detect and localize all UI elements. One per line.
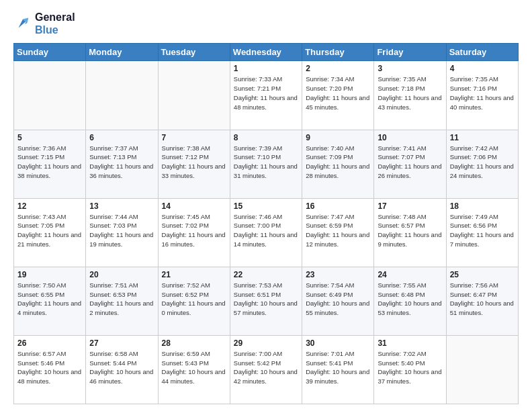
cell-content: Sunrise: 7:00 AM Sunset: 5:42 PM Dayligh… — [234, 349, 298, 386]
calendar-cell: 19Sunrise: 7:50 AM Sunset: 6:55 PM Dayli… — [14, 267, 86, 335]
cell-content: Sunrise: 7:33 AM Sunset: 7:21 PM Dayligh… — [234, 75, 298, 111]
day-number: 27 — [89, 338, 154, 348]
day-number: 7 — [162, 133, 226, 142]
day-number: 30 — [306, 338, 370, 348]
calendar-header-row: SundayMondayTuesdayWednesdayThursdayFrid… — [14, 44, 519, 61]
calendar-table: SundayMondayTuesdayWednesdayThursdayFrid… — [13, 43, 519, 404]
calendar-cell: 3Sunrise: 7:35 AM Sunset: 7:18 PM Daylig… — [374, 61, 446, 130]
cell-content: Sunrise: 7:36 AM Sunset: 7:15 PM Dayligh… — [17, 144, 82, 181]
day-number: 4 — [450, 64, 515, 73]
day-number: 8 — [234, 133, 298, 142]
day-number: 22 — [234, 270, 298, 279]
calendar-cell: 6Sunrise: 7:37 AM Sunset: 7:13 PM Daylig… — [86, 130, 158, 198]
cell-content: Sunrise: 7:48 AM Sunset: 6:57 PM Dayligh… — [378, 212, 442, 249]
calendar-cell: 22Sunrise: 7:53 AM Sunset: 6:51 PM Dayli… — [230, 267, 302, 335]
cell-content: Sunrise: 7:50 AM Sunset: 6:55 PM Dayligh… — [17, 281, 82, 318]
calendar-cell: 1Sunrise: 7:33 AM Sunset: 7:21 PM Daylig… — [230, 61, 302, 130]
calendar-cell — [14, 61, 86, 130]
cell-content: Sunrise: 7:52 AM Sunset: 6:52 PM Dayligh… — [162, 281, 226, 318]
day-number: 25 — [450, 270, 515, 279]
cell-content: Sunrise: 7:01 AM Sunset: 5:41 PM Dayligh… — [306, 349, 370, 386]
calendar-week-5: 26Sunrise: 6:57 AM Sunset: 5:46 PM Dayli… — [14, 335, 519, 404]
cell-content: Sunrise: 6:59 AM Sunset: 5:43 PM Dayligh… — [162, 349, 226, 386]
calendar-cell: 15Sunrise: 7:46 AM Sunset: 7:00 PM Dayli… — [230, 198, 302, 267]
day-header-friday: Friday — [374, 44, 446, 61]
calendar-cell: 27Sunrise: 6:58 AM Sunset: 5:44 PM Dayli… — [86, 335, 158, 404]
cell-content: Sunrise: 7:38 AM Sunset: 7:12 PM Dayligh… — [162, 144, 226, 181]
day-number: 16 — [306, 201, 370, 211]
logo-text: General Blue — [35, 11, 75, 36]
calendar-cell: 26Sunrise: 6:57 AM Sunset: 5:46 PM Dayli… — [14, 335, 86, 404]
day-number: 14 — [162, 201, 226, 211]
page: General Blue SundayMondayTuesdayWednesda… — [0, 0, 532, 411]
cell-content: Sunrise: 7:40 AM Sunset: 7:09 PM Dayligh… — [306, 144, 370, 181]
day-number: 6 — [89, 133, 154, 142]
calendar-cell: 9Sunrise: 7:40 AM Sunset: 7:09 PM Daylig… — [302, 130, 374, 198]
calendar-week-1: 1Sunrise: 7:33 AM Sunset: 7:21 PM Daylig… — [14, 61, 519, 130]
cell-content: Sunrise: 7:46 AM Sunset: 7:00 PM Dayligh… — [234, 212, 298, 249]
header: General Blue — [13, 11, 519, 36]
day-header-sunday: Sunday — [14, 44, 86, 61]
day-number: 10 — [378, 133, 442, 142]
day-number: 2 — [306, 64, 370, 73]
calendar-cell — [86, 61, 158, 130]
day-number: 13 — [89, 201, 154, 211]
day-number: 12 — [17, 201, 82, 211]
cell-content: Sunrise: 7:47 AM Sunset: 6:59 PM Dayligh… — [306, 212, 370, 249]
day-header-thursday: Thursday — [302, 44, 374, 61]
calendar-cell: 8Sunrise: 7:39 AM Sunset: 7:10 PM Daylig… — [230, 130, 302, 198]
logo: General Blue — [13, 11, 75, 36]
cell-content: Sunrise: 7:49 AM Sunset: 6:56 PM Dayligh… — [450, 212, 515, 249]
calendar-cell: 23Sunrise: 7:54 AM Sunset: 6:49 PM Dayli… — [302, 267, 374, 335]
day-number: 15 — [234, 201, 298, 211]
day-number: 24 — [378, 270, 442, 279]
day-number: 11 — [450, 133, 515, 142]
day-number: 29 — [234, 338, 298, 348]
calendar-cell: 5Sunrise: 7:36 AM Sunset: 7:15 PM Daylig… — [14, 130, 86, 198]
cell-content: Sunrise: 6:57 AM Sunset: 5:46 PM Dayligh… — [17, 349, 82, 386]
calendar-cell: 20Sunrise: 7:51 AM Sunset: 6:53 PM Dayli… — [86, 267, 158, 335]
calendar-cell: 31Sunrise: 7:02 AM Sunset: 5:40 PM Dayli… — [374, 335, 446, 404]
calendar-cell: 10Sunrise: 7:41 AM Sunset: 7:07 PM Dayli… — [374, 130, 446, 198]
day-number: 5 — [17, 133, 82, 142]
cell-content: Sunrise: 7:34 AM Sunset: 7:20 PM Dayligh… — [306, 75, 370, 111]
cell-content: Sunrise: 7:37 AM Sunset: 7:13 PM Dayligh… — [89, 144, 154, 181]
day-number: 28 — [162, 338, 226, 348]
calendar-week-4: 19Sunrise: 7:50 AM Sunset: 6:55 PM Dayli… — [14, 267, 519, 335]
cell-content: Sunrise: 7:02 AM Sunset: 5:40 PM Dayligh… — [378, 349, 442, 386]
calendar-cell — [446, 335, 518, 404]
cell-content: Sunrise: 7:44 AM Sunset: 7:03 PM Dayligh… — [89, 212, 154, 249]
calendar-cell: 25Sunrise: 7:56 AM Sunset: 6:47 PM Dayli… — [446, 267, 518, 335]
day-header-saturday: Saturday — [446, 44, 518, 61]
day-header-monday: Monday — [86, 44, 158, 61]
day-header-wednesday: Wednesday — [230, 44, 302, 61]
calendar-cell: 13Sunrise: 7:44 AM Sunset: 7:03 PM Dayli… — [86, 198, 158, 267]
day-number: 18 — [450, 201, 515, 211]
cell-content: Sunrise: 7:45 AM Sunset: 7:02 PM Dayligh… — [162, 212, 226, 249]
calendar-cell: 24Sunrise: 7:55 AM Sunset: 6:48 PM Dayli… — [374, 267, 446, 335]
calendar-cell: 21Sunrise: 7:52 AM Sunset: 6:52 PM Dayli… — [158, 267, 230, 335]
cell-content: Sunrise: 7:39 AM Sunset: 7:10 PM Dayligh… — [234, 144, 298, 181]
calendar-cell — [158, 61, 230, 130]
cell-content: Sunrise: 7:53 AM Sunset: 6:51 PM Dayligh… — [234, 281, 298, 318]
calendar-cell: 2Sunrise: 7:34 AM Sunset: 7:20 PM Daylig… — [302, 61, 374, 130]
calendar-cell: 7Sunrise: 7:38 AM Sunset: 7:12 PM Daylig… — [158, 130, 230, 198]
day-number: 31 — [378, 338, 442, 348]
day-header-tuesday: Tuesday — [158, 44, 230, 61]
calendar-cell: 12Sunrise: 7:43 AM Sunset: 7:05 PM Dayli… — [14, 198, 86, 267]
calendar-cell: 30Sunrise: 7:01 AM Sunset: 5:41 PM Dayli… — [302, 335, 374, 404]
calendar-week-3: 12Sunrise: 7:43 AM Sunset: 7:05 PM Dayli… — [14, 198, 519, 267]
day-number: 23 — [306, 270, 370, 279]
calendar-cell: 14Sunrise: 7:45 AM Sunset: 7:02 PM Dayli… — [158, 198, 230, 267]
cell-content: Sunrise: 7:55 AM Sunset: 6:48 PM Dayligh… — [378, 281, 442, 318]
cell-content: Sunrise: 7:42 AM Sunset: 7:06 PM Dayligh… — [450, 144, 515, 181]
day-number: 1 — [234, 64, 298, 73]
cell-content: Sunrise: 7:35 AM Sunset: 7:18 PM Dayligh… — [378, 75, 442, 111]
day-number: 9 — [306, 133, 370, 142]
cell-content: Sunrise: 7:51 AM Sunset: 6:53 PM Dayligh… — [89, 281, 154, 318]
day-number: 26 — [17, 338, 82, 348]
calendar-cell: 17Sunrise: 7:48 AM Sunset: 6:57 PM Dayli… — [374, 198, 446, 267]
calendar-cell: 29Sunrise: 7:00 AM Sunset: 5:42 PM Dayli… — [230, 335, 302, 404]
cell-content: Sunrise: 7:56 AM Sunset: 6:47 PM Dayligh… — [450, 281, 515, 318]
cell-content: Sunrise: 7:43 AM Sunset: 7:05 PM Dayligh… — [17, 212, 82, 249]
